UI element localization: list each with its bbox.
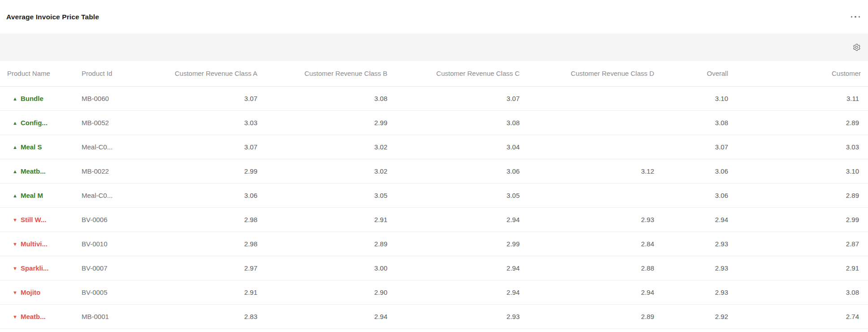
table-row[interactable]: ▼Meatb... MB-0001 2.83 2.94 2.93 2.89 2.… (0, 304, 868, 328)
class-d-value: 2.93 (527, 207, 661, 232)
product-id: BV-0005 (76, 280, 135, 304)
class-c-value: 2.94 (395, 207, 527, 232)
widget-title: Average Invoice Price Table (6, 13, 99, 21)
class-d-value: 2.94 (527, 280, 661, 304)
column-header-class-a[interactable]: Customer Revenue Class A (135, 61, 265, 86)
average-invoice-price-widget: Average Invoice Price Table Product Name… (0, 0, 868, 332)
overall-value: 3.08 (661, 110, 735, 135)
overall-value: 3.07 (661, 135, 735, 159)
class-b-value: 3.05 (265, 183, 395, 207)
table-row[interactable]: ▲Meal S Meal-C0... 3.07 3.02 3.04 3.07 3… (0, 135, 868, 159)
customer-value: 2.89 (735, 183, 868, 207)
product-id: MB-0001 (76, 304, 135, 328)
customer-value: 2.91 (735, 256, 868, 280)
table-row[interactable]: ▲Meal M Meal-C0... 3.06 3.05 3.05 3.06 2… (0, 183, 868, 207)
class-b-value: 3.08 (265, 86, 395, 110)
class-d-value: 2.89 (527, 304, 661, 328)
product-id: MB-0022 (76, 159, 135, 183)
table-row[interactable]: ▲Bundle MB-0060 3.07 3.08 3.07 3.10 3.11 (0, 86, 868, 110)
class-c-value: 3.06 (395, 159, 527, 183)
class-d-value: 2.88 (527, 256, 661, 280)
customer-value: 2.89 (735, 110, 868, 135)
class-c-value: 2.94 (395, 280, 527, 304)
class-b-value: 3.02 (265, 135, 395, 159)
class-c-value: 3.05 (395, 183, 527, 207)
overall-value: 3.06 (661, 183, 735, 207)
class-b-value: 3.00 (265, 256, 395, 280)
class-b-value: 2.91 (265, 207, 395, 232)
product-name: Meatb... (21, 167, 46, 175)
class-c-value: 3.04 (395, 135, 527, 159)
customer-value: 2.99 (735, 207, 868, 232)
product-name: Meal S (21, 143, 42, 151)
trend-up-icon: ▲ (13, 96, 17, 101)
trend-down-icon: ▼ (13, 314, 17, 319)
trend-down-icon: ▼ (13, 266, 17, 271)
table-row[interactable]: ▼Multivi... BV-0010 2.98 2.89 2.99 2.84 … (0, 232, 868, 256)
overall-value: 2.92 (661, 304, 735, 328)
class-c-value: 3.07 (395, 86, 527, 110)
product-name: Bundle (21, 95, 43, 102)
trend-down-icon: ▼ (13, 290, 17, 295)
table-row[interactable]: ▼Sparkli... BV-0007 2.97 3.00 2.94 2.88 … (0, 256, 868, 280)
class-b-value: 2.99 (265, 110, 395, 135)
column-header-product-id[interactable]: Product Id (76, 61, 135, 86)
class-a-value: 2.83 (135, 304, 265, 328)
column-header-customer[interactable]: Customer (735, 61, 868, 86)
overall-value: 2.94 (661, 207, 735, 232)
product-name: Meal M (21, 192, 43, 199)
trend-down-icon: ▼ (13, 217, 17, 223)
ellipsis-dot-icon (855, 16, 856, 18)
product-id: MB-0060 (76, 86, 135, 110)
more-options-button[interactable] (849, 13, 862, 22)
trend-up-icon: ▲ (13, 144, 17, 150)
class-a-value: 2.97 (135, 256, 265, 280)
trend-up-icon: ▲ (13, 193, 17, 198)
product-id: Meal-C0... (76, 135, 135, 159)
product-name: Mojito (21, 288, 40, 296)
trend-up-icon: ▲ (13, 120, 17, 126)
column-header-class-d[interactable]: Customer Revenue Class D (527, 61, 661, 86)
column-header-class-b[interactable]: Customer Revenue Class B (265, 61, 395, 86)
class-a-value: 3.03 (135, 110, 265, 135)
column-header-product-name[interactable]: Product Name (0, 61, 76, 86)
gear-icon (852, 43, 861, 52)
customer-value: 3.03 (735, 135, 868, 159)
trend-up-icon: ▲ (13, 169, 17, 174)
class-c-value: 2.93 (395, 304, 527, 328)
table-header-row: Product Name Product Id Customer Revenue… (0, 61, 868, 86)
class-c-value: 2.94 (395, 256, 527, 280)
customer-value: 2.74 (735, 304, 868, 328)
overall-value: 3.06 (661, 159, 735, 183)
class-a-value: 3.07 (135, 135, 265, 159)
product-id: BV-0006 (76, 207, 135, 232)
widget-toolbar (0, 34, 868, 61)
product-id: BV-0010 (76, 232, 135, 256)
column-header-class-c[interactable]: Customer Revenue Class C (395, 61, 527, 86)
class-a-value: 2.98 (135, 207, 265, 232)
class-d-value (527, 183, 661, 207)
class-d-value (527, 86, 661, 110)
widget-titlebar: Average Invoice Price Table (0, 0, 868, 34)
class-b-value: 2.94 (265, 304, 395, 328)
class-a-value: 2.99 (135, 159, 265, 183)
class-d-value (527, 135, 661, 159)
class-b-value: 2.89 (265, 232, 395, 256)
product-id: MB-0052 (76, 110, 135, 135)
product-id: Meal-C0... (76, 183, 135, 207)
overall-value: 2.93 (661, 232, 735, 256)
class-a-value: 2.98 (135, 232, 265, 256)
overall-value: 2.93 (661, 280, 735, 304)
class-b-value: 2.90 (265, 280, 395, 304)
table-row[interactable]: ▲Config... MB-0052 3.03 2.99 3.08 3.08 2… (0, 110, 868, 135)
settings-gear-button[interactable] (851, 41, 863, 53)
table-row[interactable]: ▼Still W... BV-0006 2.98 2.91 2.94 2.93 … (0, 207, 868, 232)
class-d-value: 3.12 (527, 159, 661, 183)
product-name: Multivi... (21, 240, 48, 248)
table-row[interactable]: ▼Mojito BV-0005 2.91 2.90 2.94 2.94 2.93… (0, 280, 868, 304)
column-header-overall[interactable]: Overall (661, 61, 735, 86)
trend-down-icon: ▼ (13, 241, 17, 247)
class-a-value: 3.06 (135, 183, 265, 207)
class-d-value: 2.84 (527, 232, 661, 256)
table-row[interactable]: ▲Meatb... MB-0022 2.99 3.02 3.06 3.12 3.… (0, 159, 868, 183)
